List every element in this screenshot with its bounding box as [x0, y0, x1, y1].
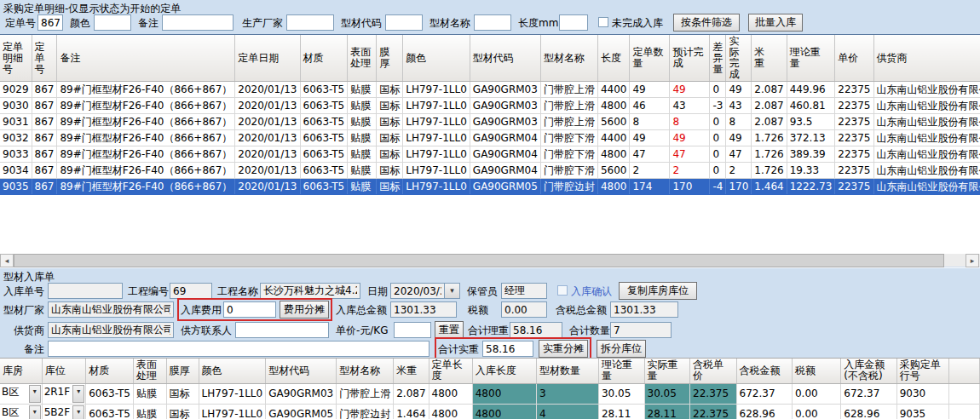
remark-input[interactable]	[162, 14, 233, 31]
filter-button[interactable]: 按条件筛选	[673, 14, 740, 32]
table-row[interactable]: B区▾2R1F▾6063-T5贴膜国标LH797-1LL0GA90GRM03门带…	[0, 383, 980, 404]
column-header[interactable]: 差异量	[710, 35, 726, 82]
table-row[interactable]: 903386789#门框型材F26-F40（866+867）2020/01/13…	[0, 146, 980, 163]
total-actual-weight-input[interactable]	[482, 341, 533, 357]
total-theory-weight-field[interactable]	[510, 322, 562, 338]
cell: 贴膜	[348, 179, 377, 195]
column-header[interactable]: 型材名称	[540, 35, 597, 82]
profile-code-input[interactable]	[385, 14, 423, 31]
column-header[interactable]: 定单数量	[630, 35, 670, 82]
column-header[interactable]: 颜色	[403, 35, 470, 82]
project-no-field[interactable]	[170, 283, 212, 299]
chevron-down-icon[interactable]: ▾	[72, 385, 84, 403]
actual-weight-allocate-button[interactable]: 实重分摊	[539, 340, 588, 358]
column-header[interactable]: 膜厚	[377, 35, 403, 82]
cell: 9030	[0, 98, 32, 114]
bottom-remark-input[interactable]	[48, 341, 429, 357]
column-header[interactable]: 税额	[792, 359, 840, 383]
horizontal-scrollbar[interactable]: ◂ ▸	[0, 253, 980, 267]
column-header[interactable]: 型材代码	[470, 35, 540, 82]
inbound-confirm-checkbox[interactable]	[557, 285, 568, 296]
table-row[interactable]: 903186789#门框型材F26-F40（866+867）2020/01/13…	[0, 114, 980, 130]
column-header[interactable]: 含税单价	[690, 359, 736, 383]
cell-filler	[949, 404, 980, 419]
profile-factory-field[interactable]	[48, 301, 174, 318]
column-header[interactable]: 材质	[86, 359, 134, 383]
date-field[interactable]	[390, 283, 445, 299]
column-header[interactable]: 含税金额	[736, 359, 792, 383]
column-header[interactable]: 定单号	[32, 35, 57, 82]
column-header[interactable]: 表面处理	[133, 359, 166, 383]
inbound-no-field[interactable]	[48, 283, 123, 299]
keeper-field[interactable]	[501, 283, 547, 299]
column-header[interactable]: 型材代码	[266, 359, 337, 383]
column-header[interactable]: 材质	[300, 35, 348, 82]
column-header[interactable]: 定单长度	[429, 359, 472, 383]
column-header[interactable]: 定单明细号	[0, 35, 32, 82]
column-header[interactable]: 米重	[394, 359, 429, 383]
cell: 30.05	[644, 383, 690, 404]
chevron-down-icon[interactable]: ▾	[29, 405, 41, 419]
reset-button[interactable]: 重置	[435, 321, 464, 339]
column-header[interactable]: 实际重量	[644, 359, 690, 383]
column-header[interactable]: 单价	[835, 35, 873, 82]
tax-field[interactable]	[501, 301, 547, 318]
split-location-button[interactable]: 拆分库位	[597, 340, 646, 358]
inbound-fee-input[interactable]	[223, 301, 276, 318]
column-header[interactable]: 库位	[42, 359, 86, 383]
cell-dropdown[interactable]: 2R1F▾	[42, 383, 86, 404]
cell-dropdown[interactable]: B区▾	[0, 404, 42, 419]
fee-allocate-button[interactable]: 费用分摊	[280, 301, 329, 319]
column-header[interactable]: 采购定单行号	[896, 359, 948, 383]
cell: 山东南山铝业股份有限公司	[873, 130, 980, 146]
scroll-left-button[interactable]: ◂	[0, 254, 14, 267]
column-header[interactable]: 长度	[597, 35, 630, 82]
column-header[interactable]: 定单日期	[235, 35, 300, 82]
supplier-contact-input[interactable]	[235, 322, 329, 338]
table-row[interactable]: 902986789#门框型材F26-F40（866+867）2020/01/13…	[0, 82, 980, 98]
order-no-input[interactable]	[37, 14, 63, 31]
manufacturer-input[interactable]	[286, 14, 334, 31]
cell-dropdown[interactable]: 5B2F▾	[42, 404, 86, 419]
column-header[interactable]: 型材名称	[337, 359, 394, 383]
profile-name-input[interactable]	[474, 14, 511, 31]
project-name-field[interactable]	[260, 283, 360, 299]
table-row[interactable]: 903086789#门框型材F26-F40（866+867）2020/01/13…	[0, 98, 980, 114]
column-header[interactable]: 理论重量	[598, 359, 644, 383]
column-header[interactable]: 供货商	[873, 35, 980, 82]
column-header[interactable]: 备注	[57, 35, 235, 82]
column-header[interactable]: 库房	[0, 359, 42, 383]
color-input[interactable]	[94, 14, 131, 31]
unit-price-input[interactable]	[394, 322, 431, 338]
batch-inbound-button[interactable]: 批量入库	[748, 14, 803, 32]
unfinished-checkbox[interactable]	[598, 17, 608, 27]
column-header[interactable]: 米重	[752, 35, 787, 82]
table-row[interactable]: B区▾5B2F▾6063-T5贴膜国标LH797-1LL0GA90GRM05门带…	[0, 404, 980, 419]
column-header[interactable]: 型材数量	[537, 359, 599, 383]
tax-incl-total-field[interactable]	[610, 301, 678, 318]
column-header[interactable]: 膜厚	[166, 359, 199, 383]
copy-location-button[interactable]: 复制库房库位	[619, 282, 697, 300]
bottom-panel-title: 型材入库单	[3, 270, 55, 284]
table-row[interactable]: 903586789#门框型材F26-F40（866+867）2020/01/13…	[0, 179, 980, 195]
chevron-down-icon[interactable]: ▾	[29, 385, 41, 403]
table-row[interactable]: 903286789#门框型材F26-F40（866+867）2020/01/13…	[0, 130, 980, 146]
scroll-right-button[interactable]: ▸	[966, 254, 979, 267]
date-dropdown-button[interactable]: ▾	[445, 283, 460, 299]
column-header[interactable]: 入库金额(不含税)	[841, 359, 896, 383]
cell-dropdown[interactable]: B区▾	[0, 383, 42, 404]
total-qty-field[interactable]	[610, 322, 672, 338]
column-header[interactable]: 预计完成	[670, 35, 710, 82]
length-input[interactable]	[559, 14, 588, 31]
column-header[interactable]: 实际完成	[726, 35, 752, 82]
scrollbar-thumb[interactable]	[14, 254, 944, 267]
inbound-total-field[interactable]	[390, 301, 457, 318]
column-header[interactable]: 理论重量	[787, 35, 835, 82]
table-row[interactable]: 903486789#门框型材F26-F40（866+867）2020/01/13…	[0, 163, 980, 179]
cell: 门带腔边封	[540, 179, 597, 195]
supplier-field[interactable]	[48, 322, 174, 338]
chevron-down-icon[interactable]: ▾	[72, 405, 84, 419]
column-header[interactable]: 表面处理	[348, 35, 377, 82]
column-header[interactable]: 入库长度	[472, 359, 536, 383]
column-header[interactable]: 颜色	[199, 359, 266, 383]
